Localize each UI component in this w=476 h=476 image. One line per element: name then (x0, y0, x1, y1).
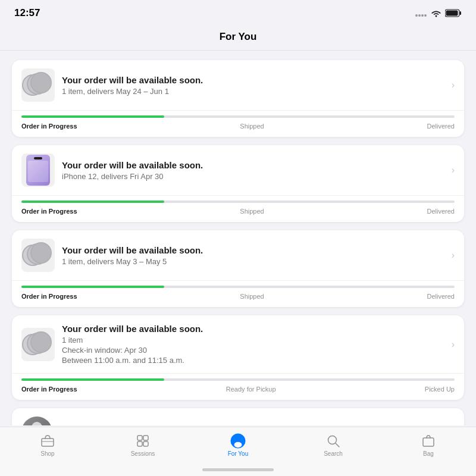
order-subtitle-3: 1 item, delivers May 3 – May 5 (62, 257, 444, 266)
nav-item-for-you[interactable]: For You (190, 433, 286, 457)
progress-fill-3 (21, 286, 164, 288)
nav-item-bag[interactable]: Bag (381, 433, 476, 457)
status-icons (415, 9, 462, 17)
person-silhouette-icon (26, 420, 48, 425)
order-subtitle-1: 1 item, delivers May 24 – Jun 1 (62, 87, 444, 96)
chevron-right-4: › (452, 339, 455, 350)
progress-fill-2 (21, 201, 164, 203)
order-progress-2: Order in Progress Shipped Delivered (12, 195, 464, 222)
svg-line-19 (336, 443, 339, 447)
label-in-progress-4: Order in Progress (21, 386, 77, 393)
progress-fill-1 (21, 115, 164, 118)
nav-label-for-you: For You (228, 450, 248, 457)
person-avatar (21, 416, 52, 425)
status-bar: 12:57 (0, 0, 476, 26)
airtag-image-3 (22, 242, 54, 268)
order-progress-3: Order in Progress Shipped Delivered (12, 280, 464, 307)
airtag-image (22, 72, 54, 98)
nav-label-sessions: Sessions (131, 450, 155, 457)
battery-icon (445, 9, 462, 17)
order-card-3[interactable]: Your order will be available soon. 1 ite… (12, 230, 464, 307)
order-subtitle-4a: 1 item (62, 336, 444, 345)
order-image-4 (21, 328, 55, 361)
home-indicator (202, 468, 274, 471)
order-progress-1: Order in Progress Shipped Delivered (12, 110, 464, 137)
svg-point-0 (415, 14, 418, 17)
nav-item-sessions[interactable]: Sessions (95, 433, 190, 457)
order-title-4: Your order will be available soon. (62, 324, 444, 334)
label-shipped-3: Shipped (240, 293, 264, 300)
order-card-2[interactable]: Your order will be available soon. iPhon… (12, 145, 464, 222)
chevron-right-2: › (452, 165, 455, 176)
svg-rect-5 (460, 11, 462, 15)
nav-item-search[interactable]: Search (286, 433, 381, 457)
order-info-4: Your order will be available soon. 1 ite… (62, 324, 444, 365)
svg-point-3 (424, 14, 427, 17)
order-subtitle-4b: Check-in window: Apr 30 (62, 346, 444, 355)
svg-point-2 (421, 14, 424, 17)
svg-rect-14 (143, 441, 148, 446)
iphone-image (26, 155, 50, 186)
label-delivered-2: Delivered (427, 208, 455, 215)
nav-item-shop[interactable]: Shop (0, 433, 95, 457)
svg-rect-6 (446, 11, 458, 16)
shop-icon (40, 433, 55, 449)
order-subtitle-2: iPhone 12, delivers Fri Apr 30 (62, 172, 444, 181)
order-top-4[interactable]: Your order will be available soon. 1 ite… (12, 315, 464, 373)
order-top-2[interactable]: Your order will be available soon. iPhon… (12, 145, 464, 195)
label-shipped-1: Shipped (240, 123, 264, 130)
order-title-3: Your order will be available soon. (62, 245, 444, 255)
signal-icon (415, 10, 427, 17)
order-info-3: Your order will be available soon. 1 ite… (62, 245, 444, 266)
progress-track-3 (21, 286, 455, 288)
order-info-2: Your order will be available soon. iPhon… (62, 160, 444, 181)
progress-labels-2: Order in Progress Shipped Delivered (21, 208, 455, 215)
chevron-right-1: › (452, 80, 455, 90)
label-in-progress-3: Order in Progress (21, 293, 77, 300)
order-image-3 (21, 239, 55, 272)
order-image-2 (21, 154, 55, 187)
label-delivered-3: Delivered (427, 293, 455, 300)
order-title-1: Your order will be available soon. (62, 75, 444, 85)
wifi-icon (431, 9, 441, 17)
order-image-1 (21, 68, 55, 102)
progress-fill-4 (21, 378, 164, 381)
order-top-1[interactable]: Your order will be available soon. 1 ite… (12, 60, 464, 110)
svg-point-1 (418, 14, 421, 17)
partial-order-top[interactable]: Your order was picked up. (12, 408, 464, 425)
chevron-right-3: › (452, 250, 455, 261)
nav-label-search: Search (324, 450, 343, 457)
orders-list: Your order will be available soon. 1 ite… (0, 51, 476, 425)
order-top-3[interactable]: Your order will be available soon. 1 ite… (12, 230, 464, 280)
nav-label-bag: Bag (423, 450, 434, 457)
page-title: For You (220, 31, 257, 42)
svg-point-18 (328, 436, 337, 444)
label-shipped-2: Shipped (240, 208, 264, 215)
svg-rect-13 (137, 441, 142, 446)
status-time: 12:57 (14, 7, 40, 19)
iphone-notch (34, 157, 42, 159)
svg-point-16 (236, 437, 240, 441)
progress-track-4 (21, 378, 455, 381)
order-info-1: Your order will be available soon. 1 ite… (62, 75, 444, 96)
progress-labels-4: Order in Progress Ready for Pickup Picke… (21, 386, 455, 393)
svg-rect-11 (137, 436, 142, 440)
label-ready-4: Ready for Pickup (226, 386, 276, 393)
order-progress-4: Order in Progress Ready for Pickup Picke… (12, 373, 464, 400)
svg-point-17 (234, 442, 242, 447)
partial-order-card[interactable]: Your order was picked up. (12, 408, 464, 425)
order-title-2: Your order will be available soon. (62, 160, 444, 170)
label-delivered-1: Delivered (427, 123, 455, 130)
progress-labels-3: Order in Progress Shipped Delivered (21, 293, 455, 300)
search-icon (325, 433, 341, 449)
airtag-image-4 (22, 331, 54, 358)
sessions-icon (135, 433, 151, 449)
order-card-1[interactable]: Your order will be available soon. 1 ite… (12, 60, 464, 137)
label-in-progress-2: Order in Progress (21, 208, 77, 215)
progress-track-1 (21, 115, 455, 118)
nav-label-shop: Shop (40, 450, 54, 457)
svg-rect-9 (42, 439, 54, 446)
svg-point-7 (32, 422, 42, 425)
order-card-4[interactable]: Your order will be available soon. 1 ite… (12, 315, 464, 400)
progress-labels-1: Order in Progress Shipped Delivered (21, 123, 455, 130)
